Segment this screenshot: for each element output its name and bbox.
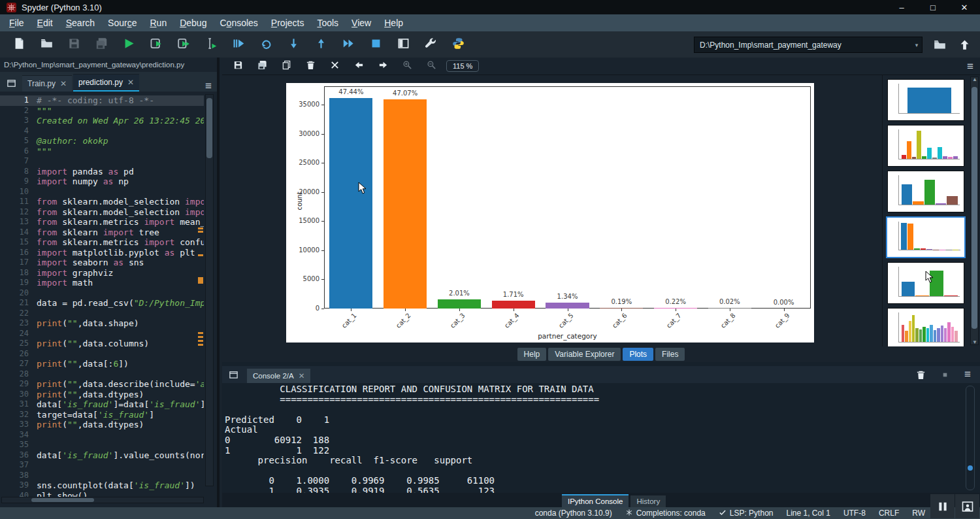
bottom-tab-ipython-console[interactable]: IPython Console xyxy=(562,494,629,507)
code-line-11[interactable]: 11from sklearn.model_selection impo xyxy=(0,197,204,207)
menu-consoles[interactable]: Consoles xyxy=(213,16,264,30)
code-line-36[interactable]: 36data['is_fraud'].value_counts(nor xyxy=(0,450,204,461)
code-line-39[interactable]: 39sns.countplot(data['is_fraud']) xyxy=(0,480,204,491)
code-line-30[interactable]: 30print("",data.dtypes) xyxy=(0,390,204,400)
undock-pane-icon[interactable] xyxy=(225,366,242,383)
code-line-40[interactable]: 40plt.show() xyxy=(0,491,204,497)
remove-all-plots-button[interactable] xyxy=(323,58,347,74)
code-line-17[interactable]: 17import seaborn as sns xyxy=(0,258,204,268)
code-line-37[interactable]: 37 xyxy=(0,460,204,471)
pane-tab-files[interactable]: Files xyxy=(655,348,685,361)
code-line-22[interactable]: 22 xyxy=(0,309,204,319)
scroll-down-icon[interactable]: ▼ xyxy=(972,339,977,345)
run-file-button[interactable] xyxy=(115,33,142,56)
code-line-34[interactable]: 34 xyxy=(0,430,204,441)
menu-tools[interactable]: Tools xyxy=(310,16,345,30)
undock-pane-icon[interactable] xyxy=(3,75,20,92)
new-file-button[interactable] xyxy=(5,33,33,56)
editor-hscrollbar-thumb[interactable] xyxy=(31,498,94,502)
zoom-in-button[interactable] xyxy=(395,58,419,74)
maximize-pane-button[interactable] xyxy=(389,33,417,56)
pane-tab-help[interactable]: Help xyxy=(517,348,547,361)
code-line-3[interactable]: 3Created on Wed Apr 26 13:22:45 20 xyxy=(0,116,204,126)
code-line-35[interactable]: 35 xyxy=(0,440,204,450)
thumbnail-plot-6[interactable] xyxy=(887,308,964,346)
stop-button[interactable] xyxy=(362,33,389,56)
code-line-2[interactable]: 2""" xyxy=(0,106,204,116)
thumbnail-plot-2[interactable] xyxy=(887,125,964,167)
parent-directory-button[interactable] xyxy=(954,34,975,55)
step-return-button[interactable] xyxy=(307,33,335,56)
code-editor[interactable]: 1# -*- coding: utf-8 -*-2"""3Created on … xyxy=(0,92,204,497)
tab-prediction-py[interactable]: prediction.py✕ xyxy=(73,74,139,92)
pane-tab-plots[interactable]: Plots xyxy=(623,348,653,361)
bottom-tab-history[interactable]: History xyxy=(630,495,666,507)
console-options-menu-icon[interactable]: ≡ xyxy=(964,368,971,381)
run-cell-button[interactable] xyxy=(142,33,170,56)
code-line-6[interactable]: 6""" xyxy=(0,146,204,157)
tab-console-2a[interactable]: Console 2/A✕ xyxy=(247,369,310,383)
code-line-38[interactable]: 38 xyxy=(0,471,204,481)
code-line-5[interactable]: 5@author: okokp xyxy=(0,136,204,146)
open-file-button[interactable] xyxy=(33,33,60,56)
thumbnails-scrollbar-thumb[interactable] xyxy=(972,87,977,329)
chevron-down-icon[interactable]: ▾ xyxy=(911,42,922,48)
stop-kernel-icon[interactable] xyxy=(940,370,950,380)
plots-options-menu-icon[interactable]: ≡ xyxy=(967,60,973,73)
code-line-24[interactable]: 24 xyxy=(0,329,204,339)
previous-plot-button[interactable] xyxy=(347,58,371,74)
save-all-button[interactable] xyxy=(88,33,115,56)
code-line-28[interactable]: 28 xyxy=(0,369,204,380)
code-line-21[interactable]: 21data = pd.read_csv("D:/Python_Imp xyxy=(0,298,204,309)
menu-source[interactable]: Source xyxy=(101,16,143,30)
code-line-18[interactable]: 18import graphviz xyxy=(0,268,204,278)
close-tab-icon[interactable]: ✕ xyxy=(60,79,67,88)
save-file-button[interactable] xyxy=(60,33,88,56)
tab-train-py[interactable]: Train.py✕ xyxy=(22,75,72,92)
menu-file[interactable]: File xyxy=(3,16,31,30)
menu-run[interactable]: Run xyxy=(143,16,173,30)
preferences-button[interactable] xyxy=(417,33,444,56)
remove-plot-button[interactable] xyxy=(299,58,323,74)
menu-search[interactable]: Search xyxy=(59,16,101,30)
close-button[interactable]: ✕ xyxy=(949,0,980,14)
scroll-up-icon[interactable]: ▲ xyxy=(972,76,977,82)
maximize-button[interactable]: □ xyxy=(917,0,949,14)
zoom-out-button[interactable] xyxy=(419,58,444,74)
menu-help[interactable]: Help xyxy=(378,16,410,30)
code-line-19[interactable]: 19import math xyxy=(0,278,204,288)
close-tab-icon[interactable]: ✕ xyxy=(299,371,305,380)
console-output[interactable]: CLASSIFICATION REPORT AND CONFUSION MATR… xyxy=(225,384,963,493)
thumbnail-plot-3[interactable] xyxy=(887,171,964,212)
code-line-12[interactable]: 12from sklearn.model_selection impo xyxy=(0,207,204,218)
panel-toggle-button[interactable] xyxy=(955,494,979,518)
code-line-9[interactable]: 9import numpy as np xyxy=(0,176,204,187)
code-line-15[interactable]: 15from sklearn.metrics import confu xyxy=(0,237,204,248)
editor-options-menu-icon[interactable]: ≡ xyxy=(205,80,212,92)
code-line-13[interactable]: 13from sklearn.metrics import mean_ xyxy=(0,217,204,227)
debug-file-button[interactable] xyxy=(225,33,252,56)
python-environment-button[interactable] xyxy=(444,33,472,56)
code-line-25[interactable]: 25print("",data.columns) xyxy=(0,339,204,349)
code-line-16[interactable]: 16import matplotlib.pyplot as plt xyxy=(0,248,204,258)
next-plot-button[interactable] xyxy=(371,58,395,74)
run-cell-advance-button[interactable] xyxy=(170,33,197,56)
code-line-32[interactable]: 32target=data['is_fraud'] xyxy=(0,410,204,420)
save-plot-button[interactable] xyxy=(226,58,250,74)
step-into-button[interactable] xyxy=(280,33,307,56)
re-run-cell-button[interactable] xyxy=(252,33,280,56)
minimize-button[interactable]: – xyxy=(886,0,917,14)
code-line-23[interactable]: 23print("",data.shape) xyxy=(0,318,204,329)
close-tab-icon[interactable]: ✕ xyxy=(127,78,134,87)
save-all-plots-button[interactable] xyxy=(250,58,274,74)
code-line-7[interactable]: 7 xyxy=(0,156,204,167)
copy-plot-button[interactable] xyxy=(274,58,299,74)
menu-debug[interactable]: Debug xyxy=(173,16,213,30)
code-line-29[interactable]: 29print("",data.describe(include='a xyxy=(0,379,204,390)
editor-scrollbar-thumb[interactable] xyxy=(206,98,212,158)
code-line-27[interactable]: 27print("",data[:6]) xyxy=(0,359,204,369)
code-line-26[interactable]: 26 xyxy=(0,349,204,360)
code-line-1[interactable]: 1# -*- coding: utf-8 -*- xyxy=(0,95,204,106)
pane-tab-variable-explorer[interactable]: Variable Explorer xyxy=(548,348,621,361)
pause-button[interactable] xyxy=(930,494,955,518)
